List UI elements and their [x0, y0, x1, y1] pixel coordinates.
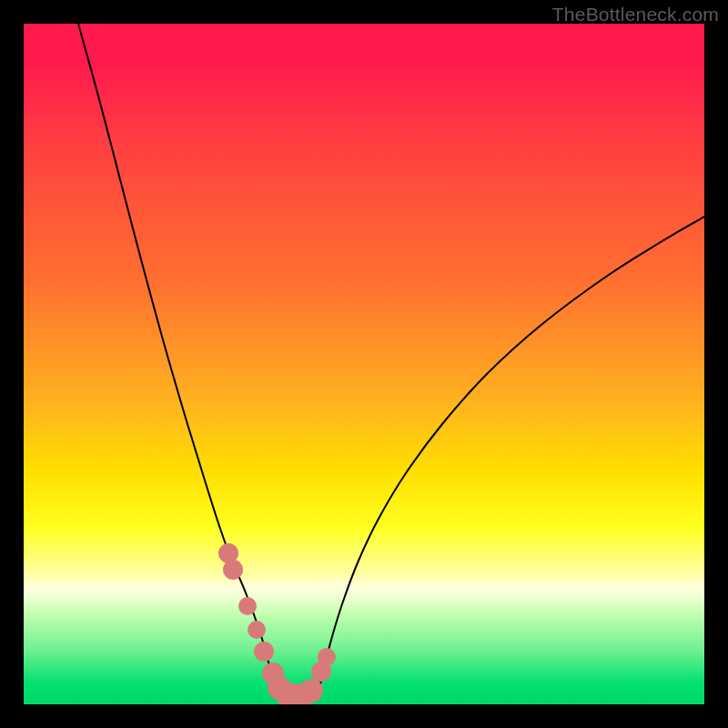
marker-dot	[248, 621, 266, 639]
marker-dot	[254, 642, 274, 662]
marker-dot	[299, 679, 323, 703]
chart-svg	[24, 24, 704, 704]
chart-frame	[24, 24, 704, 704]
marker-group	[218, 543, 336, 704]
marker-dot	[318, 648, 336, 666]
right-curve	[317, 217, 704, 701]
watermark-text: TheBottleneck.com	[552, 4, 719, 25]
marker-dot	[223, 560, 243, 580]
marker-dot	[238, 597, 257, 615]
